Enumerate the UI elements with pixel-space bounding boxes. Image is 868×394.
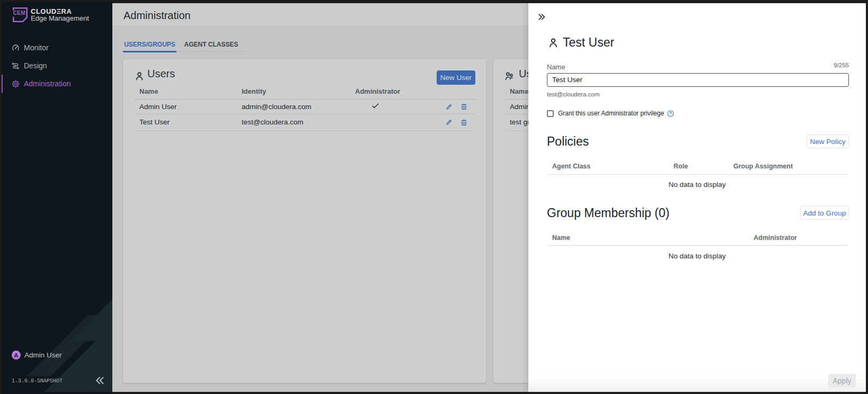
svg-text:CEM: CEM [13, 10, 25, 16]
